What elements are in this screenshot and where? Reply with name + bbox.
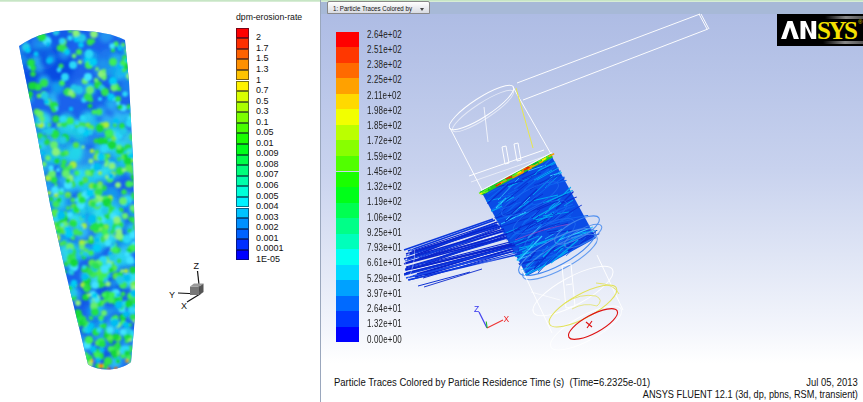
svg-text:X: X [504,314,510,324]
svg-text:Z: Z [474,304,479,314]
svg-text:X: X [181,301,187,311]
svg-text:Z: Z [194,261,200,271]
svg-text:Y: Y [169,290,175,300]
